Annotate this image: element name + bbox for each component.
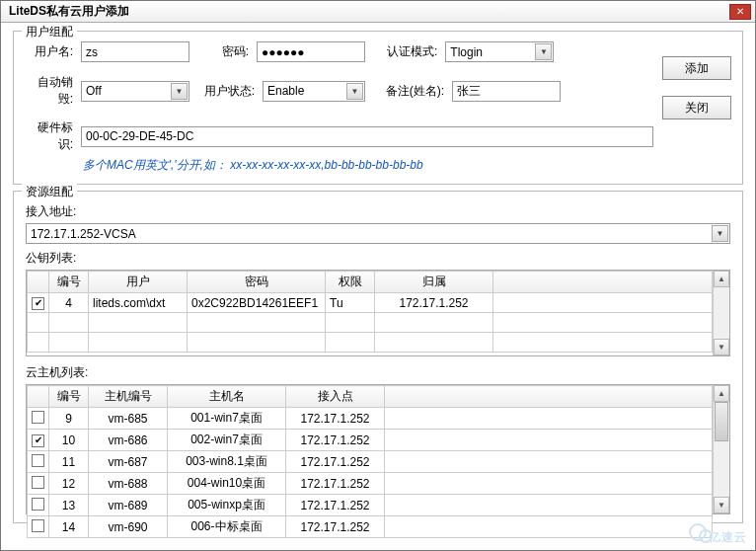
pubkey-table: 编号 用户 密码 权限 归属 4 liteds.com\dxt 0x2C922B… (27, 271, 713, 353)
resource-group-fieldset: 资源组配 接入地址: 172.17.1.252-VCSA ▼ 公钥列表: 编号 … (13, 191, 743, 523)
cell-no: 12 (49, 473, 89, 495)
cell-hostno: vm-690 (89, 516, 168, 538)
cell-access: 172.17.1.252 (286, 451, 385, 473)
status-value: Enable (267, 84, 304, 98)
cell-access: 172.17.1.252 (286, 516, 385, 538)
cell-hostno: vm-687 (89, 451, 168, 473)
cell-access: 172.17.1.252 (286, 408, 385, 430)
scroll-thumb[interactable] (715, 402, 728, 441)
status-label: 用户状态: (203, 83, 259, 100)
table-row[interactable]: 12vm-688004-win10桌面172.17.1.252 (28, 473, 713, 495)
table-row[interactable]: 4 liteds.com\dxt 0x2C922BD14261EEF1 Tu 1… (28, 293, 713, 313)
resource-group-legend: 资源组配 (22, 184, 77, 200)
autodestroy-value: Off (86, 84, 102, 98)
chevron-down-icon[interactable]: ▼ (171, 83, 188, 100)
host-label: 云主机列表: (26, 364, 730, 381)
col-hostname: 主机名 (168, 386, 286, 408)
scroll-up-icon[interactable]: ▲ (714, 385, 729, 402)
pubkey-table-wrap: 编号 用户 密码 权限 归属 4 liteds.com\dxt 0x2C922B… (26, 270, 730, 356)
hwid-input[interactable] (81, 126, 653, 147)
cell-no: 13 (49, 495, 89, 516)
cell-belong: 172.17.1.252 (375, 293, 493, 313)
table-row[interactable]: 14vm-690006-中标桌面172.17.1.252 (28, 516, 713, 538)
scroll-down-icon[interactable]: ▼ (714, 497, 729, 513)
checkbox[interactable] (32, 434, 44, 447)
hint-prefix: 多个MAC用英文','分开,如： (83, 158, 227, 172)
table-row (28, 313, 713, 333)
cell-hostname: 003-win8.1桌面 (168, 451, 286, 473)
col-belong: 归属 (375, 272, 493, 293)
username-input[interactable] (81, 41, 189, 62)
remark-input[interactable] (452, 81, 561, 102)
scrollbar[interactable]: ▲ ▼ (713, 271, 729, 355)
username-label: 用户名: (26, 43, 77, 60)
checkbox[interactable] (32, 476, 44, 489)
auth-select[interactable]: Tlogin ▼ (445, 41, 554, 62)
pubkey-label: 公钥列表: (26, 250, 730, 267)
checkbox[interactable] (32, 498, 44, 511)
checkbox[interactable] (32, 519, 44, 532)
hwid-label: 硬件标识: (26, 119, 77, 153)
cell-hostno: vm-689 (89, 495, 168, 516)
checkbox[interactable] (32, 411, 44, 424)
cell-pwd: 0x2C922BD14261EEF1 (188, 293, 326, 313)
host-table: 编号 主机编号 主机名 接入点 9vm-685001-win7桌面172.17.… (27, 385, 713, 538)
col-hostno: 主机编号 (89, 386, 168, 408)
chevron-down-icon[interactable]: ▼ (535, 43, 552, 60)
col-no: 编号 (49, 272, 89, 293)
cell-access: 172.17.1.252 (286, 430, 385, 451)
cell-access: 172.17.1.252 (286, 495, 385, 516)
scroll-up-icon[interactable]: ▲ (714, 271, 729, 287)
password-label: 密码: (215, 43, 253, 60)
col-auth: 权限 (326, 272, 375, 293)
cell-no: 9 (49, 408, 89, 430)
hwid-hint: 多个MAC用英文','分开,如： xx-xx-xx-xx-xx-xx,bb-bb… (83, 157, 653, 174)
cell-access: 172.17.1.252 (286, 473, 385, 495)
scroll-down-icon[interactable]: ▼ (714, 339, 729, 355)
table-row[interactable]: 11vm-687003-win8.1桌面172.17.1.252 (28, 451, 713, 473)
cell-hostname: 002-win7桌面 (168, 430, 286, 451)
auth-label: 认证模式: (387, 43, 441, 60)
checkbox[interactable] (32, 454, 44, 467)
access-select[interactable]: 172.17.1.252-VCSA ▼ (26, 223, 730, 244)
table-row[interactable]: 10vm-686002-win7桌面172.17.1.252 (28, 430, 713, 451)
cell-no: 11 (49, 451, 89, 473)
table-row[interactable]: 9vm-685001-win7桌面172.17.1.252 (28, 408, 713, 430)
col-user: 用户 (89, 272, 188, 293)
cell-hostno: vm-688 (89, 473, 168, 495)
autodestroy-label: 自动销毁: (26, 74, 77, 108)
table-row[interactable]: 13vm-689005-winxp桌面172.17.1.252 (28, 495, 713, 516)
window-title: LiteDS私有云用户添加 (9, 3, 729, 20)
checkbox[interactable] (32, 297, 44, 310)
cell-no: 14 (49, 516, 89, 538)
pubkey-header-row: 编号 用户 密码 权限 归属 (28, 272, 713, 293)
cell-user: liteds.com\dxt (89, 293, 188, 313)
cell-hostno: vm-685 (89, 408, 168, 430)
cell-no: 10 (49, 430, 89, 451)
auth-value: Tlogin (450, 45, 483, 59)
cell-auth: Tu (326, 293, 375, 313)
col-access: 接入点 (286, 386, 385, 408)
access-label: 接入地址: (26, 203, 730, 220)
chevron-down-icon[interactable]: ▼ (346, 83, 363, 100)
scrollbar[interactable]: ▲ ▼ (713, 385, 729, 513)
cell-hostno: vm-686 (89, 430, 168, 451)
status-select[interactable]: Enable ▼ (263, 81, 365, 102)
col-pwd: 密码 (188, 272, 326, 293)
cell-hostname: 001-win7桌面 (168, 408, 286, 430)
col-no: 编号 (49, 386, 89, 408)
cell-hostname: 005-winxp桌面 (168, 495, 286, 516)
cell-hostname: 004-win10桌面 (168, 473, 286, 495)
hint-example: xx-xx-xx-xx-xx-xx,bb-bb-bb-bb-bb-bb (230, 158, 422, 172)
remark-label: 备注(姓名): (383, 83, 448, 100)
close-icon[interactable]: ✕ (729, 4, 751, 20)
password-input[interactable] (257, 41, 365, 62)
cell-no: 4 (49, 293, 89, 313)
cell-hostname: 006-中标桌面 (168, 516, 286, 538)
chevron-down-icon[interactable]: ▼ (712, 225, 728, 242)
table-row (28, 333, 713, 353)
access-value: 172.17.1.252-VCSA (31, 227, 136, 241)
autodestroy-select[interactable]: Off ▼ (81, 81, 189, 102)
user-group-fieldset: 用户组配 用户名: 密码: 认证模式: Tlogin ▼ 自动销毁: Off ▼… (13, 31, 743, 185)
host-header-row: 编号 主机编号 主机名 接入点 (28, 386, 713, 408)
